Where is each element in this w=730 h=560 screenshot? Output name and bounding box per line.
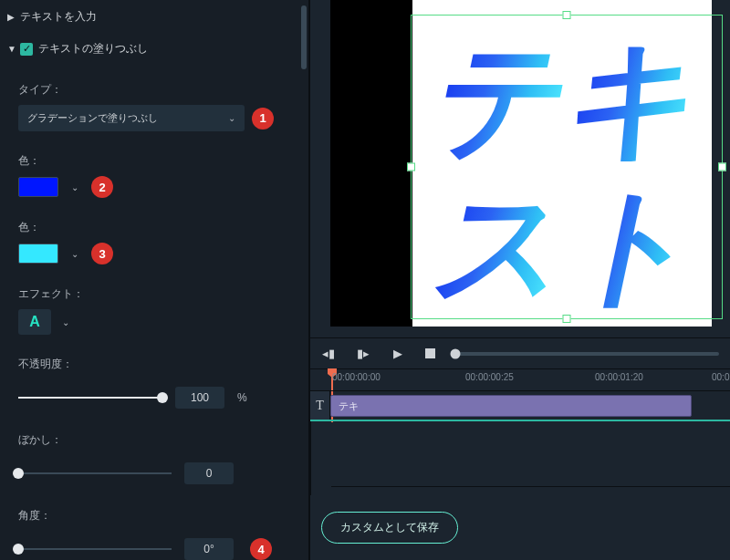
angle-slider[interactable] [18, 543, 172, 555]
type-value: グラデーションで塗りつぶし [27, 111, 158, 125]
color2-label: 色： [18, 220, 290, 235]
callout-marker-1: 1 [252, 108, 274, 130]
ruler-tick: 00:00:00:00 [332, 372, 381, 382]
progress-knob[interactable] [451, 348, 461, 358]
blur-value[interactable]: 0 [184, 462, 234, 484]
track-type-icon: T [310, 391, 330, 420]
preview-and-timeline: テ キ ス ト ◂▮ ▮▸ ▶ 00:00:00:00 00:00:00:25 … [310, 0, 730, 560]
ruler-tick: 00:00:01:20 [595, 372, 643, 382]
type-label: タイプ： [18, 82, 290, 98]
panel-scrollbar[interactable] [301, 4, 307, 556]
callout-marker-4: 4 [250, 538, 272, 560]
blur-slider[interactable] [18, 467, 172, 480]
step-back-button[interactable]: ◂▮ [321, 347, 336, 360]
color1-swatch[interactable] [18, 177, 58, 197]
color1-dropdown[interactable]: ⌄ [66, 177, 84, 197]
blur-label: ぼかし： [18, 432, 290, 448]
opacity-unit: % [237, 391, 256, 404]
preview-sample-text: テ キ ス ト [412, 16, 722, 318]
stop-button[interactable] [425, 348, 435, 358]
section-label: テキストを入力 [20, 9, 297, 25]
callout-marker-3: 3 [91, 243, 113, 264]
section-text-input[interactable]: ▶ テキストを入力 [0, 4, 308, 30]
section-label: テキストの塗りつぶし [38, 41, 297, 57]
color2-dropdown[interactable]: ⌄ [66, 244, 84, 264]
progress-bar[interactable] [455, 352, 719, 356]
collapse-icon: ▼ [7, 44, 20, 54]
expand-icon: ▶ [7, 12, 20, 22]
opacity-value[interactable]: 100 [175, 387, 224, 409]
opacity-slider[interactable] [18, 391, 162, 404]
preview-canvas[interactable]: テ キ ス ト [330, 0, 712, 327]
angle-label: 角度： [18, 508, 290, 524]
transport-bar: ◂▮ ▮▸ ▶ [310, 337, 730, 368]
opacity-label: 不透明度： [18, 357, 290, 372]
chevron-down-icon: ⌄ [228, 113, 235, 123]
play-button[interactable]: ▶ [391, 347, 405, 360]
save-custom-button[interactable]: カスタムとして保存 [321, 512, 458, 544]
effect-preset[interactable]: A [18, 309, 51, 335]
effect-label: エフェクト： [18, 286, 290, 302]
ruler-tick: 00:00:00:25 [465, 372, 514, 382]
step-forward-button[interactable]: ▮▸ [356, 347, 370, 360]
color2-swatch[interactable] [18, 244, 58, 264]
callout-marker-2: 2 [91, 176, 113, 198]
color1-label: 色： [18, 153, 290, 169]
checkbox-fill-enabled[interactable]: ✓ [20, 43, 33, 56]
timeline-track[interactable]: T テキ [310, 390, 730, 421]
ruler-tick: 00:0 [712, 372, 729, 382]
section-fill[interactable]: ▼ ✓ テキストの塗りつぶし [0, 36, 308, 62]
type-select[interactable]: グラデーションで塗りつぶし ⌄ [18, 105, 245, 131]
properties-panel: ▶ テキストを入力 ▼ ✓ テキストの塗りつぶし タイプ： グラデーションで塗り… [0, 0, 310, 560]
preview-area: テ キ ス ト [310, 0, 730, 337]
text-selection-frame[interactable]: テ キ ス ト [411, 15, 723, 319]
effect-dropdown[interactable]: ⌄ [57, 312, 75, 332]
angle-value[interactable]: 0° [184, 538, 234, 560]
text-clip[interactable]: テキ [330, 395, 692, 417]
time-ruler[interactable]: 00:00:00:00 00:00:00:25 00:00:01:20 00:0 [310, 368, 730, 390]
